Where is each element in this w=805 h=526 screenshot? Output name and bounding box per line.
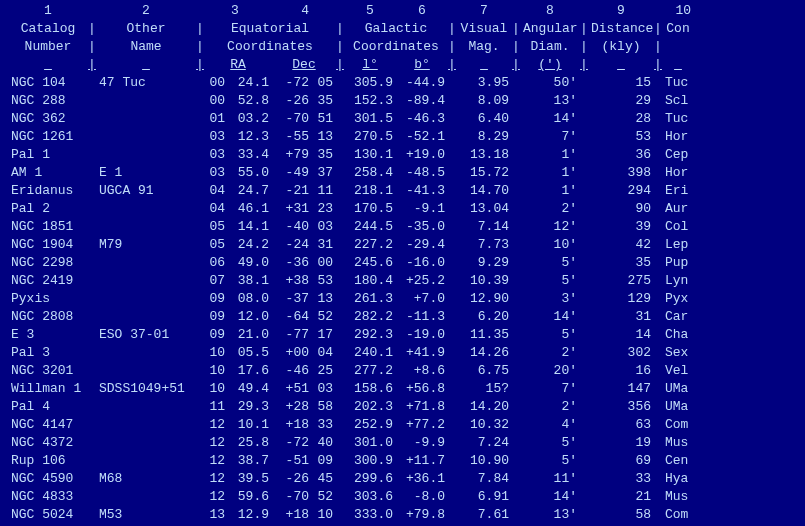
catalog-number: NGC 288 bbox=[8, 92, 88, 110]
visual-mag: 13.18 bbox=[456, 146, 512, 164]
visual-mag: 9.29 bbox=[456, 254, 512, 272]
other-name bbox=[96, 434, 196, 452]
ra-hours: 12 bbox=[204, 470, 228, 488]
ra-hours: 09 bbox=[204, 308, 228, 326]
catalog-number: Pal 2 bbox=[8, 200, 88, 218]
catalog-number: Pal 4 bbox=[8, 398, 88, 416]
ang-diam: 5' bbox=[520, 434, 580, 452]
ra-hours: 11 bbox=[204, 398, 228, 416]
distance: 58 bbox=[588, 506, 654, 524]
hdr-galactic-2: Coordinates bbox=[344, 38, 448, 56]
dec-min: 13 bbox=[312, 290, 336, 308]
dec-deg: -70 bbox=[272, 488, 312, 506]
hdr-galactic: Galactic bbox=[344, 20, 448, 38]
dec-min: 35 bbox=[312, 146, 336, 164]
catalog-number: NGC 1904 bbox=[8, 236, 88, 254]
distance: 29 bbox=[588, 92, 654, 110]
gal-b: -48.5 bbox=[396, 164, 448, 182]
table-body: NGC 104 47 Tuc 0024.1-7205 305.9-44.9 3.… bbox=[8, 74, 797, 524]
other-name: M68 bbox=[96, 470, 196, 488]
visual-mag: 15? bbox=[456, 380, 512, 398]
constellation: Com bbox=[662, 506, 694, 524]
hdr-other-2: Name bbox=[96, 38, 196, 56]
gal-l: 301.5 bbox=[344, 110, 396, 128]
gal-l: 218.1 bbox=[344, 182, 396, 200]
other-name bbox=[96, 290, 196, 308]
constellation: Eri bbox=[662, 182, 694, 200]
ra-hours: 04 bbox=[204, 182, 228, 200]
other-name bbox=[96, 452, 196, 470]
ra-hours: 07 bbox=[204, 272, 228, 290]
distance: 275 bbox=[588, 272, 654, 290]
distance: 36 bbox=[588, 146, 654, 164]
other-name bbox=[96, 128, 196, 146]
table-row: NGC 1851 0514.1-4003 244.5-35.0 7.14 12'… bbox=[8, 218, 797, 236]
other-name bbox=[96, 416, 196, 434]
ra-mins: 05.5 bbox=[228, 344, 272, 362]
distance: 21 bbox=[588, 488, 654, 506]
constellation: Car bbox=[662, 308, 694, 326]
ra-mins: 12.0 bbox=[228, 308, 272, 326]
distance: 42 bbox=[588, 236, 654, 254]
gal-b: -29.4 bbox=[396, 236, 448, 254]
dec-min: 40 bbox=[312, 434, 336, 452]
hdr-equatorial: Equatorial bbox=[204, 20, 336, 38]
catalog-number: Eridanus bbox=[8, 182, 88, 200]
dec-min: 03 bbox=[312, 218, 336, 236]
gal-l: 258.4 bbox=[344, 164, 396, 182]
dec-deg: -37 bbox=[272, 290, 312, 308]
ra-hours: 10 bbox=[204, 380, 228, 398]
ra-mins: 21.0 bbox=[228, 326, 272, 344]
catalog-number: NGC 4372 bbox=[8, 434, 88, 452]
catalog-number: NGC 5024 bbox=[8, 506, 88, 524]
gal-b: -89.4 bbox=[396, 92, 448, 110]
table-row: NGC 362 0103.2-7051 301.5-46.3 6.40 14' … bbox=[8, 110, 797, 128]
ang-diam: 14' bbox=[520, 488, 580, 506]
gal-b: -16.0 bbox=[396, 254, 448, 272]
other-name bbox=[96, 362, 196, 380]
constellation: Mus bbox=[662, 434, 694, 452]
ang-diam: 1' bbox=[520, 146, 580, 164]
visual-mag: 7.61 bbox=[456, 506, 512, 524]
dec-deg: +79 bbox=[272, 146, 312, 164]
visual-mag: 6.20 bbox=[456, 308, 512, 326]
gal-b: +19.0 bbox=[396, 146, 448, 164]
dec-deg: -77 bbox=[272, 326, 312, 344]
catalog-number: Rup 106 bbox=[8, 452, 88, 470]
dec-min: 13 bbox=[312, 128, 336, 146]
header-row-1: Catalog | Other | Equatorial | Galactic … bbox=[8, 20, 797, 38]
constellation: Scl bbox=[662, 92, 694, 110]
hdr-ra: RA bbox=[204, 56, 272, 74]
table-row: NGC 4590 M68 1239.5-2645 299.6+36.1 7.84… bbox=[8, 470, 797, 488]
gal-b: -35.0 bbox=[396, 218, 448, 236]
ang-diam: 50' bbox=[520, 74, 580, 92]
other-name bbox=[96, 308, 196, 326]
other-name: M53 bbox=[96, 506, 196, 524]
other-name bbox=[96, 146, 196, 164]
ra-hours: 09 bbox=[204, 290, 228, 308]
dec-min: 05 bbox=[312, 74, 336, 92]
ra-mins: 55.0 bbox=[228, 164, 272, 182]
gal-l: 299.6 bbox=[344, 470, 396, 488]
catalog-number: NGC 362 bbox=[8, 110, 88, 128]
ra-hours: 13 bbox=[204, 506, 228, 524]
other-name bbox=[96, 488, 196, 506]
ra-mins: 17.6 bbox=[228, 362, 272, 380]
visual-mag: 7.73 bbox=[456, 236, 512, 254]
other-name bbox=[96, 110, 196, 128]
distance: 356 bbox=[588, 398, 654, 416]
dec-deg: -64 bbox=[272, 308, 312, 326]
gal-b: +77.2 bbox=[396, 416, 448, 434]
ra-hours: 03 bbox=[204, 146, 228, 164]
table-row: Eridanus UGCA 91 0424.7-2111 218.1-41.3 … bbox=[8, 182, 797, 200]
table-row: NGC 104 47 Tuc 0024.1-7205 305.9-44.9 3.… bbox=[8, 74, 797, 92]
colnum-9: 9 bbox=[588, 2, 654, 20]
gal-l: 170.5 bbox=[344, 200, 396, 218]
gal-l: 301.0 bbox=[344, 434, 396, 452]
distance: 19 bbox=[588, 434, 654, 452]
dec-deg: -21 bbox=[272, 182, 312, 200]
catalog-number: NGC 4147 bbox=[8, 416, 88, 434]
gal-l: 270.5 bbox=[344, 128, 396, 146]
colnum-4: 4 bbox=[272, 2, 312, 20]
gal-b: -52.1 bbox=[396, 128, 448, 146]
